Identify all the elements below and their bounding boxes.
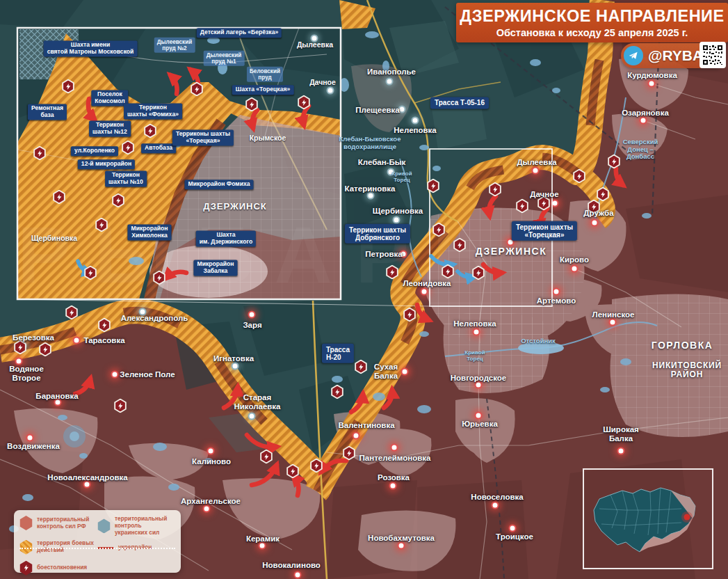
map-label: Калиново <box>192 457 231 466</box>
map-label: Новоалександровка <box>47 473 127 482</box>
map-label: Иванополье <box>367 68 416 77</box>
map-label: Валентиновка <box>338 421 394 430</box>
map-label: Старая Николаевка <box>234 393 280 411</box>
map-label: Сухая Балка <box>374 363 398 381</box>
map-label: Ленинское <box>592 310 635 319</box>
map-label: Трасса Т-05-16 <box>430 97 489 109</box>
map-label: Новокалиново <box>262 561 321 570</box>
map-label: ДЗЕРЖИНСК <box>476 246 547 257</box>
map-label: Нелеповка <box>453 319 496 328</box>
legend-swatch-rf-control <box>19 516 33 530</box>
ukraine-overview-inset <box>583 468 713 569</box>
map-label: Леонидовка <box>403 279 451 288</box>
map-label: Кирово <box>560 255 589 264</box>
map-label: Петровка <box>365 250 402 259</box>
map-label: Пантелеймоновка <box>359 454 431 463</box>
map-label: Катериновка <box>345 184 396 193</box>
map-label: Детский лагерь «Берёзка» <box>197 28 282 38</box>
map-label: ДЗЕРЖИНСК <box>203 202 267 212</box>
map-label: Архангельское <box>181 497 241 506</box>
map-label: Новгородское <box>451 374 507 383</box>
map-label: ГОРЛОВКА <box>652 340 713 351</box>
map-label: Розовка <box>378 473 410 482</box>
map-label: Воздвиженка <box>7 442 60 451</box>
qr-code[interactable] <box>699 42 726 68</box>
map-label: Шахта имени святой Матроны Московской <box>44 40 138 56</box>
legend-road-overlay <box>19 548 175 549</box>
telegram-icon <box>624 46 643 65</box>
map-label: Барановка <box>35 392 78 401</box>
page-title: ДЗЕРЖИНСКОЕ НАПРАВЛЕНИЕ <box>460 7 724 26</box>
map-label: Терриконы шахты «Торецкая» <box>172 129 234 145</box>
map-label: Микрорайон Химколонка <box>128 224 172 240</box>
map-label: Клебан-Быковское водохранилище <box>339 136 401 150</box>
map-label: Новобахмутовка <box>368 534 435 543</box>
page-subtitle: Обстановка к исходу 25 апреля 2025 г. <box>496 27 688 38</box>
map-label: Микрорайон Забалка <box>194 260 238 276</box>
map-label: Северский Донец – Донбасс <box>623 138 658 161</box>
legend-label: территориальный контроль украинских сил <box>115 516 175 537</box>
map-label: Террикон шахты Добрянского <box>345 224 410 244</box>
legend-swatch-ua-control <box>97 518 111 533</box>
map-label: Новоселовка <box>471 493 523 502</box>
map-label: ул.Короленко <box>71 146 118 156</box>
map-label: Заря <box>243 321 261 330</box>
map-label: Дылеевка <box>297 41 333 49</box>
map-label: Шахта «Торецкая» <box>232 85 294 95</box>
map-label: Трасса Н-20 <box>322 344 354 363</box>
legend: территориальный контроль сил РФ территор… <box>14 510 181 573</box>
map-label: Юрьевка <box>462 420 498 429</box>
map-canvas: РЫБАРЬ Шахта имени святой Матроны Москов… <box>0 0 728 579</box>
map-label: Шахта им. Дзержинского <box>196 230 256 246</box>
map-label: Тарасовка <box>83 336 124 345</box>
legend-label: боестолкновения <box>37 564 87 571</box>
map-label: Кривой Торец <box>391 171 412 184</box>
title-banner: ДЗЕРЖИНСКОЕ НАПРАВЛЕНИЕ Обстановка к исх… <box>456 3 728 42</box>
map-label: Щербиновка <box>373 207 423 216</box>
map-label: Террикон шахты «Торецкая» <box>512 221 577 241</box>
map-label: Курдюмовка <box>627 71 677 80</box>
map-label: Террикон шахты №12 <box>89 120 131 136</box>
map-label: Дылеевский пруд №2 <box>154 38 195 53</box>
map-label: Щербиновка <box>31 235 77 243</box>
map-label: Игнатовка <box>213 354 254 363</box>
map-label: Поселок Комсомол <box>91 90 128 106</box>
legend-swatch-clashes <box>19 561 33 576</box>
map-label: Дружба <box>583 209 613 218</box>
map-label: Автобаза <box>141 143 176 153</box>
map-label: Артемово <box>537 296 576 306</box>
map-label: Нелеповка <box>394 126 436 135</box>
map-label: Троицкое <box>496 532 533 541</box>
map-label: НИКИТОВСКИЙ РАЙОН <box>652 361 722 380</box>
map-label: Керамик <box>246 534 280 544</box>
map-label: Дачное <box>530 190 558 199</box>
map-label: Водяное Второе <box>9 365 44 383</box>
map-label: 12-й микрорайон <box>78 159 135 169</box>
map-label: Плещеевка <box>355 106 400 115</box>
map-label: Ремонтная база <box>28 104 67 120</box>
legend-label: территориальный контроль сил РФ <box>37 516 97 530</box>
map-label: Клебан-Бык <box>358 158 406 167</box>
map-label: Дылеевский пруд №1 <box>204 51 245 66</box>
map-label: Озаряновка <box>622 109 669 118</box>
map-label: Отстойник <box>521 338 556 345</box>
map-label: Микрорайон Фомиха <box>184 180 253 189</box>
map-label: Широкая Балка <box>603 425 639 443</box>
map-label: Террикон шахты №10 <box>105 170 147 187</box>
map-label: Дылеевка <box>517 158 556 167</box>
map-label: Крымское <box>250 134 286 143</box>
map-label: Зеленое Поле <box>120 370 175 379</box>
map-label: Кривой Торец <box>464 350 485 363</box>
map-label: Террикон шахты «Фомиха» <box>124 103 182 119</box>
map-label: Беловский пруд <box>247 67 283 82</box>
map-label: Дачное <box>309 79 336 87</box>
map-label: Березовка <box>13 333 54 342</box>
map-label: Александрополь <box>121 314 188 323</box>
